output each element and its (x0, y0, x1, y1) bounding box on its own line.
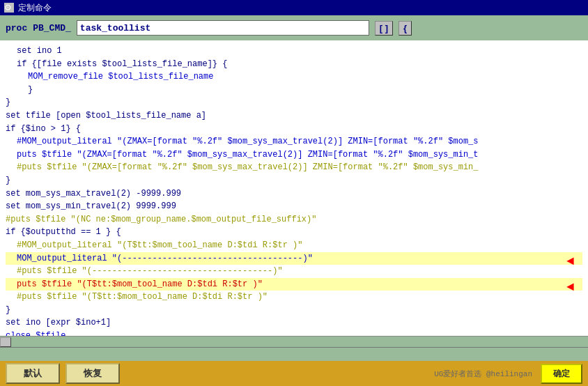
code-line: MOM_output_literal "(-------------------… (6, 252, 582, 265)
title-icon: ⚙ (4, 3, 14, 13)
code-line: set mom_sys_max_travel(2) -9999.999 (6, 187, 582, 201)
code-line: } (6, 304, 582, 317)
code-line: set mom_sys_min_travel(2) 9999.999 (6, 200, 582, 213)
code-line: } (6, 84, 582, 97)
code-line: #puts $tfile "(T$tt:$mom_tool_name D:$td… (6, 291, 582, 304)
code-line: if {$outputthd == 1 } { (6, 226, 582, 239)
code-line: MOM_remove_file $tool_lists_file_name (6, 70, 582, 84)
confirm-button[interactable]: 确定 (541, 364, 582, 384)
title-label: 定制命令 (18, 2, 52, 14)
scroll-thumb[interactable] (0, 337, 11, 347)
bracket-button[interactable]: [ ] (375, 21, 393, 36)
code-line: #puts $tfile "(ZMAX=[format "%.2f" $mom_… (6, 161, 582, 174)
proc-name-input[interactable] (77, 20, 369, 36)
code-line: if {[file exists $tool_lists_file_name]}… (6, 58, 582, 71)
code-line: #puts $tfile "(NC ne:$mom_group_name.$mo… (6, 213, 582, 226)
code-line: puts $tfile "(T$tt:$mom_tool_name D:$tdi… (6, 278, 582, 291)
code-line: if {$ino > 1} { (6, 123, 582, 136)
watermark-text: UG爱好者首选 @heilingan (434, 369, 532, 379)
code-line: } (6, 174, 582, 187)
left-buttons: 默认 恢复 (6, 363, 120, 384)
main-container: proc PB_CMD_ [ ] { set ino 1if {[file ex… (0, 15, 588, 386)
horizontal-scrollbar[interactable] (0, 336, 588, 347)
code-area[interactable]: set ino 1if {[file exists $tool_lists_fi… (0, 40, 588, 336)
code-line: set ino 1 (6, 45, 582, 58)
proc-label: proc (6, 23, 27, 33)
restore-button[interactable]: 恢复 (65, 363, 120, 384)
code-line: close $tfile (6, 330, 582, 336)
code-line: set ino [expr $ino+1] (6, 316, 582, 330)
code-line: #puts $tfile "(-------------------------… (6, 265, 582, 278)
open-brace-button[interactable]: { (399, 21, 412, 36)
default-button[interactable]: 默认 (6, 363, 60, 384)
title-bar: ⚙ 定制命令 (0, 0, 588, 15)
button-bar: 默认 恢复 UG爱好者首选 @heilingan 确定 (0, 361, 588, 386)
code-line: } (6, 96, 582, 109)
code-line: set tfile [open $tool_lists_file_name a] (6, 109, 582, 123)
code-line: #MOM_output_literal "(T$tt:$mom_tool_nam… (6, 239, 582, 252)
code-line: puts $tfile "(ZMAX=[format "%.2f" $mom_s… (6, 148, 582, 162)
status-bar (0, 347, 588, 361)
cmd-prefix: PB_CMD_ (33, 23, 71, 33)
code-line: #MOM_output_literal "(ZMAX=[format "%.2f… (6, 135, 582, 148)
top-row: proc PB_CMD_ [ ] { (0, 15, 588, 40)
